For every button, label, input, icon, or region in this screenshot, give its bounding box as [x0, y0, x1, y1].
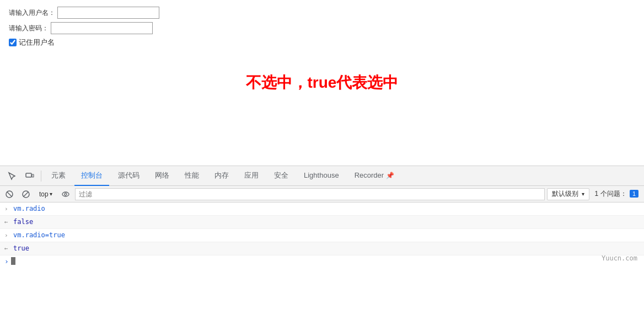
- password-label: 请输入密码：: [9, 24, 49, 32]
- console-line-3[interactable]: › vm.radio=true: [0, 229, 644, 242]
- recorder-label: Recorder: [355, 171, 384, 179]
- svg-rect-1: [32, 174, 34, 177]
- console-text-3: vm.radio=true: [13, 230, 640, 240]
- username-label: 请输入用户名：: [9, 9, 55, 17]
- devtools-panel: 元素 控制台 源代码 网络 性能 内存 应用 安全 Lighthouse Rec…: [0, 166, 644, 267]
- context-selector[interactable]: top ▾: [35, 189, 56, 200]
- tab-performance[interactable]: 性能: [178, 166, 206, 186]
- svg-rect-0: [26, 173, 31, 177]
- console-line-4[interactable]: ← true: [0, 242, 644, 255]
- watermark: Yuucn.com: [602, 254, 637, 262]
- tab-sources[interactable]: 源代码: [111, 166, 146, 186]
- context-value: top: [39, 190, 49, 198]
- svg-line-5: [24, 191, 29, 196]
- device-toggle-button[interactable]: [22, 168, 37, 184]
- result-arrow-2: ←: [4, 243, 13, 254]
- level-chevron-icon: ▾: [582, 191, 584, 197]
- tab-network[interactable]: 网络: [148, 166, 176, 186]
- block-button[interactable]: [19, 187, 33, 201]
- issues-badge: 1 个问题： 1: [592, 189, 642, 199]
- prompt-arrow-icon: ›: [4, 257, 9, 265]
- console-text-2: false: [13, 217, 640, 227]
- remember-checkbox[interactable]: [9, 39, 17, 46]
- inspect-element-button[interactable]: [4, 168, 20, 184]
- pin-icon: 📌: [386, 172, 394, 179]
- svg-line-3: [7, 192, 12, 196]
- prompt-cursor: [11, 257, 15, 265]
- main-content: 请输入用户名： 请输入密码： 记住用户名 不选中，true代表选中: [0, 0, 644, 166]
- level-selector[interactable]: 默认级别 ▾: [547, 188, 589, 200]
- result-arrow-1: ←: [4, 217, 13, 227]
- svg-point-6: [62, 192, 69, 196]
- chevron-down-icon: ▾: [50, 191, 52, 197]
- expand-arrow-2: ›: [4, 230, 13, 241]
- console-output: › vm.radio ← false › vm.radio=true ← tru…: [0, 203, 644, 267]
- tab-lighthouse[interactable]: Lighthouse: [297, 166, 346, 186]
- console-text-4: true: [13, 243, 640, 253]
- filter-input[interactable]: [75, 188, 545, 200]
- devtools-tabs-bar: 元素 控制台 源代码 网络 性能 内存 应用 安全 Lighthouse Rec…: [0, 166, 644, 186]
- level-label: 默认级别: [552, 189, 578, 199]
- remember-label: 记住用户名: [19, 38, 55, 47]
- svg-point-7: [65, 193, 67, 195]
- issues-label: 1 个问题：: [595, 190, 627, 198]
- username-group: 请输入用户名：: [9, 7, 635, 19]
- console-line-2[interactable]: ← false: [0, 216, 644, 229]
- password-input[interactable]: [51, 22, 153, 34]
- console-text-1: vm.radio: [13, 204, 640, 214]
- tab-recorder[interactable]: Recorder 📌: [348, 166, 401, 186]
- center-message: 不选中，true代表选中: [246, 72, 399, 93]
- tab-console[interactable]: 控制台: [74, 166, 109, 186]
- eye-icon-button[interactable]: [58, 187, 73, 201]
- clear-console-button[interactable]: [2, 187, 17, 201]
- console-toolbar: top ▾ 默认级别 ▾ 1 个问题： 1: [0, 186, 644, 203]
- username-input[interactable]: [57, 7, 159, 19]
- tab-memory[interactable]: 内存: [208, 166, 235, 186]
- password-group: 请输入密码：: [9, 22, 635, 34]
- console-prompt[interactable]: ›: [0, 255, 644, 267]
- tab-elements[interactable]: 元素: [45, 166, 72, 186]
- issues-count: 1: [630, 190, 638, 198]
- tab-security[interactable]: 安全: [267, 166, 295, 186]
- expand-arrow-1: ›: [4, 204, 13, 214]
- tab-application[interactable]: 应用: [238, 166, 265, 186]
- tab-separator-1: [41, 171, 41, 182]
- console-line-1[interactable]: › vm.radio: [0, 203, 644, 216]
- remember-group: 记住用户名: [9, 38, 635, 47]
